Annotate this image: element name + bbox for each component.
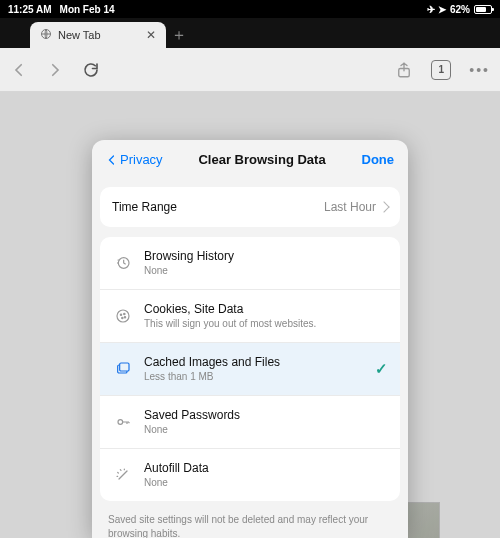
- tab-strip: New Tab ✕ ＋: [0, 18, 500, 48]
- clear-data-sheet: Privacy Clear Browsing Data Done Time Ra…: [92, 140, 408, 538]
- item-sub: None: [144, 477, 388, 489]
- status-bar: 11:25 AM Mon Feb 14 ✈︎ ➤ 62%: [0, 0, 500, 18]
- browser-toolbar: 1 •••: [0, 48, 500, 92]
- item-sub: None: [144, 424, 388, 436]
- back-icon[interactable]: [10, 61, 28, 79]
- done-button[interactable]: Done: [362, 152, 395, 167]
- cookie-icon: [112, 308, 134, 324]
- tab-title: New Tab: [58, 29, 140, 41]
- forward-icon[interactable]: [46, 61, 64, 79]
- svg-rect-9: [120, 363, 129, 371]
- row-browsing-history[interactable]: Browsing History None: [100, 237, 400, 289]
- page-viewport: Brighton and Hove News » Scaffolder fine…: [0, 92, 500, 538]
- airplane-location-icon: ✈︎ ➤: [427, 4, 446, 15]
- battery-percent: 62%: [450, 4, 470, 15]
- row-cached-images[interactable]: Cached Images and Files Less than 1 MB ✓: [100, 342, 400, 395]
- chevron-right-icon: [378, 201, 389, 212]
- item-sub: This will sign you out of most websites.: [144, 318, 388, 330]
- item-sub: None: [144, 265, 388, 277]
- share-icon[interactable]: [395, 61, 413, 79]
- svg-point-10: [118, 420, 123, 425]
- image-stack-icon: [112, 361, 134, 377]
- close-icon[interactable]: ✕: [146, 29, 156, 41]
- item-sub: Less than 1 MB: [144, 371, 375, 383]
- battery-icon: [474, 5, 492, 14]
- globe-icon: [40, 26, 52, 44]
- svg-point-6: [122, 317, 123, 318]
- wand-icon: [112, 467, 134, 483]
- row-saved-passwords[interactable]: Saved Passwords None: [100, 395, 400, 448]
- svg-point-4: [120, 314, 121, 315]
- sheet-header: Privacy Clear Browsing Data Done: [92, 140, 408, 177]
- time-range-row[interactable]: Time Range Last Hour: [100, 187, 400, 227]
- svg-point-7: [124, 317, 125, 318]
- new-tab-button[interactable]: ＋: [166, 22, 192, 48]
- tab-count-button[interactable]: 1: [431, 60, 451, 80]
- row-cookies[interactable]: Cookies, Site Data This will sign you ou…: [100, 289, 400, 342]
- item-label: Cached Images and Files: [144, 355, 375, 369]
- footnote-text: Saved site settings will not be deleted …: [108, 514, 368, 538]
- row-autofill[interactable]: Autofill Data None: [100, 448, 400, 501]
- time-range-label: Time Range: [112, 200, 324, 214]
- data-types-card: Browsing History None Cookies, Site Data…: [100, 237, 400, 501]
- item-label: Saved Passwords: [144, 408, 388, 422]
- time-range-value: Last Hour: [324, 200, 376, 214]
- reload-icon[interactable]: [82, 61, 100, 79]
- overflow-menu-icon[interactable]: •••: [469, 62, 490, 78]
- sheet-title: Clear Browsing Data: [198, 152, 325, 167]
- status-date: Mon Feb 14: [60, 4, 115, 15]
- item-label: Cookies, Site Data: [144, 302, 388, 316]
- history-icon: [112, 255, 134, 271]
- item-label: Browsing History: [144, 249, 388, 263]
- footnote: Saved site settings will not be deleted …: [100, 511, 400, 538]
- svg-point-3: [117, 310, 129, 322]
- status-time: 11:25 AM: [8, 4, 52, 15]
- status-right: ✈︎ ➤ 62%: [427, 4, 492, 15]
- svg-point-5: [124, 313, 125, 314]
- key-icon: [112, 414, 134, 430]
- item-label: Autofill Data: [144, 461, 388, 475]
- checkmark-icon: ✓: [375, 360, 388, 378]
- back-to-privacy-button[interactable]: Privacy: [106, 152, 163, 167]
- back-label: Privacy: [120, 152, 163, 167]
- time-range-card: Time Range Last Hour: [100, 187, 400, 227]
- browser-tab[interactable]: New Tab ✕: [30, 22, 166, 48]
